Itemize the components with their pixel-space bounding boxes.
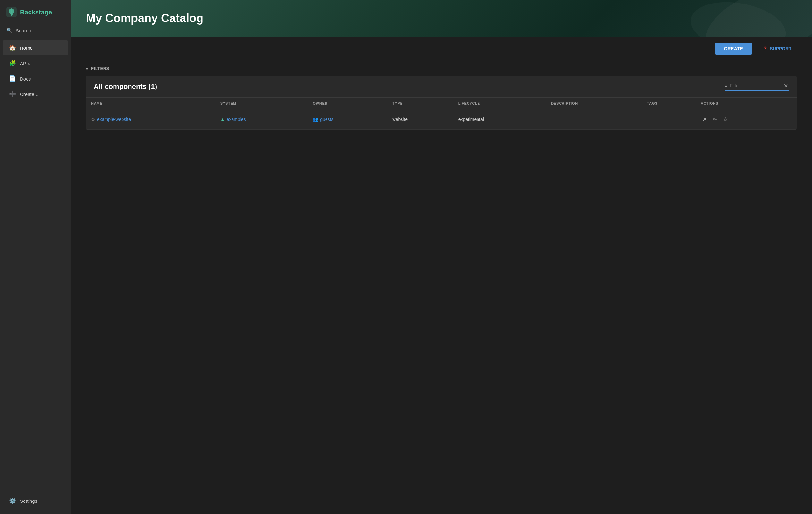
col-type: TYPE <box>387 97 453 109</box>
sidebar: Backstage 🔍 Search 🏠 Home 🧩 APIs 📄 Docs … <box>0 0 70 514</box>
catalog-table-container: All components (1) ≡ ✕ NAME SYSTEM OWNER… <box>86 76 796 130</box>
sidebar-item-settings-label: Settings <box>20 498 37 504</box>
create-button[interactable]: CREATE <box>715 43 752 55</box>
col-actions: ACTIONS <box>696 97 796 109</box>
cell-owner: 👥 guests <box>308 109 387 130</box>
cell-type: website <box>387 109 453 130</box>
search-button[interactable]: 🔍 Search <box>0 24 70 36</box>
table-thead: NAME SYSTEM OWNER TYPE LIFECYCLE DESCRIP… <box>86 97 796 109</box>
filter-input[interactable] <box>730 83 781 88</box>
support-icon: ❓ <box>762 46 768 51</box>
search-icon: 🔍 <box>6 28 12 33</box>
cell-name: ⚙ example-website <box>86 109 215 130</box>
sidebar-bottom: ⚙️ Settings <box>0 488 70 514</box>
sidebar-item-docs[interactable]: 📄 Docs <box>3 71 68 86</box>
support-button[interactable]: ❓ SUPPORT <box>757 43 796 55</box>
sidebar-item-docs-label: Docs <box>20 76 31 82</box>
sidebar-item-home[interactable]: 🏠 Home <box>3 40 68 55</box>
page-title: My Company Catalog <box>86 11 796 25</box>
main-content: My Company Catalog CREATE ❓ SUPPORT ≡ FI… <box>70 0 812 514</box>
home-icon: 🏠 <box>9 44 16 51</box>
filters-bar[interactable]: ≡ FILTERS <box>86 61 796 76</box>
sidebar-nav: 🏠 Home 🧩 APIs 📄 Docs ➕ Create... <box>0 40 70 488</box>
filter-list-icon: ≡ <box>86 66 88 71</box>
table-row: ⚙ example-website ▲ examples <box>86 109 796 130</box>
cell-description <box>546 109 642 130</box>
table-header: NAME SYSTEM OWNER TYPE LIFECYCLE DESCRIP… <box>86 97 796 109</box>
component-name-link[interactable]: example-website <box>97 117 131 122</box>
header-banner: My Company Catalog <box>70 0 812 36</box>
col-lifecycle: LIFECYCLE <box>453 97 546 109</box>
system-icon: ▲ <box>220 117 225 122</box>
sidebar-item-home-label: Home <box>20 45 33 51</box>
sidebar-item-create-label: Create... <box>20 91 38 97</box>
table-tbody: ⚙ example-website ▲ examples <box>86 109 796 130</box>
owner-link[interactable]: guests <box>320 117 333 122</box>
col-name: NAME <box>86 97 215 109</box>
cell-actions: ↗ ✏ ☆ <box>696 109 796 130</box>
filter-clear-button[interactable]: ✕ <box>784 83 788 89</box>
filter-input-wrap: ≡ ✕ <box>725 83 789 91</box>
system-link[interactable]: examples <box>227 117 246 122</box>
search-label: Search <box>16 28 31 33</box>
filters-label: FILTERS <box>91 66 109 71</box>
col-system: SYSTEM <box>215 97 308 109</box>
col-tags: TAGS <box>642 97 696 109</box>
cell-system: ▲ examples <box>215 109 308 130</box>
content-area: ≡ FILTERS All components (1) ≡ ✕ NAME SY <box>70 61 812 514</box>
table-title: All components (1) <box>94 82 157 91</box>
star-icon: ☆ <box>723 116 728 122</box>
create-icon: ➕ <box>9 90 16 97</box>
edit-icon: ✏ <box>713 117 717 122</box>
filter-icon: ≡ <box>725 83 727 88</box>
toolbar: CREATE ❓ SUPPORT <box>70 36 812 61</box>
backstage-logo-icon <box>6 7 17 17</box>
table-header-row: All components (1) ≡ ✕ <box>86 76 796 97</box>
apis-icon: 🧩 <box>9 60 16 67</box>
col-owner: OWNER <box>308 97 387 109</box>
sidebar-item-create[interactable]: ➕ Create... <box>3 87 68 102</box>
support-label: SUPPORT <box>770 46 791 51</box>
cell-lifecycle: experimental <box>453 109 546 130</box>
external-link-icon: ↗ <box>702 117 706 122</box>
favorite-button[interactable]: ☆ <box>722 115 730 124</box>
settings-icon: ⚙️ <box>9 497 16 504</box>
component-icon: ⚙ <box>91 117 95 122</box>
sidebar-item-apis[interactable]: 🧩 APIs <box>3 56 68 70</box>
docs-icon: 📄 <box>9 75 16 82</box>
edit-button[interactable]: ✏ <box>711 115 718 124</box>
open-external-button[interactable]: ↗ <box>701 115 707 124</box>
sidebar-logo-text: Backstage <box>20 9 52 16</box>
col-description: DESCRIPTION <box>546 97 642 109</box>
owner-icon: 👥 <box>313 117 318 122</box>
cell-tags <box>642 109 696 130</box>
sidebar-item-apis-label: APIs <box>20 61 30 66</box>
sidebar-item-settings[interactable]: ⚙️ Settings <box>3 493 68 508</box>
catalog-table: NAME SYSTEM OWNER TYPE LIFECYCLE DESCRIP… <box>86 97 796 130</box>
sidebar-logo[interactable]: Backstage <box>0 0 70 24</box>
